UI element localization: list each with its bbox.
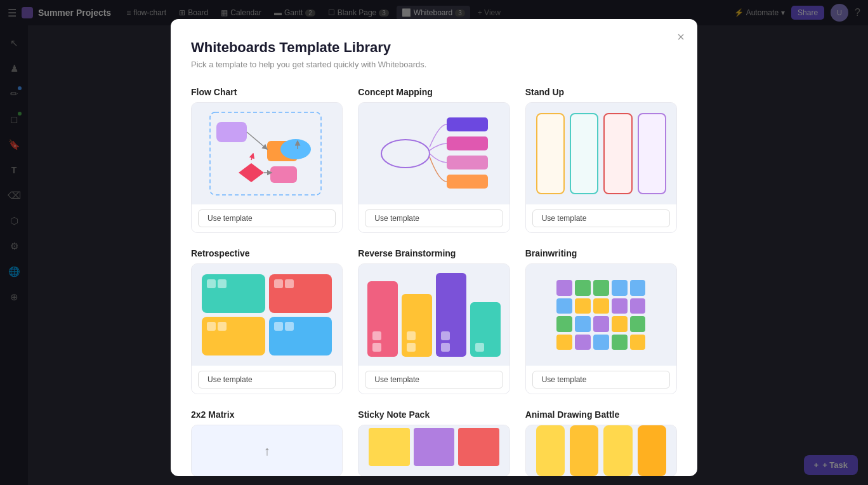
template-item-concept-mapping: Concept Mapping (358, 87, 510, 233)
reverse-brainstorming-footer: Use template (358, 366, 509, 394)
modal-overlay[interactable]: × Whiteboards Template Library Pick a te… (0, 0, 868, 485)
standup-col-yellow (536, 113, 565, 194)
standup-col-purple (638, 113, 666, 194)
retro-dot (285, 279, 294, 288)
stand-up-card[interactable]: Use template (525, 102, 677, 233)
2x2-matrix-card[interactable]: ↑ (191, 425, 343, 476)
svg-rect-14 (447, 156, 488, 169)
brain-cell (593, 335, 609, 350)
brain-cell (630, 298, 646, 314)
retro-dots-yellow (207, 322, 260, 331)
retrospective-use-button[interactable]: Use template (198, 371, 336, 389)
reverse-dot (441, 331, 450, 340)
sticky-note-pack-preview (358, 425, 509, 476)
brain-cell (612, 298, 628, 314)
reverse-brainstorming-title: Reverse Brainstorming (358, 248, 510, 258)
animal-drawing-battle-card[interactable] (525, 425, 677, 476)
sticky-notes (358, 425, 509, 476)
svg-rect-15 (447, 175, 488, 189)
animal-card-yellow3 (603, 425, 632, 476)
brain-cell (630, 335, 646, 350)
template-item-retrospective: Retrospective (191, 248, 343, 394)
brain-cell (612, 280, 628, 296)
brainwriting-use-button[interactable]: Use template (532, 371, 670, 389)
template-item-flow-chart: Flow Chart (191, 87, 343, 233)
brain-cell (593, 316, 609, 332)
retro-dot (207, 279, 216, 288)
brain-cell (630, 316, 646, 332)
brain-cell (556, 298, 572, 314)
svg-line-8 (251, 154, 253, 160)
retrospective-preview (192, 264, 342, 366)
matrix-up-arrow-icon: ↑ (264, 444, 270, 458)
reverse-col-yellow (402, 294, 432, 357)
retro-dot (218, 322, 227, 331)
retrospective-footer: Use template (192, 366, 342, 394)
template-item-animal-drawing-battle: Animal Drawing Battle (525, 409, 677, 476)
svg-rect-1 (216, 122, 247, 142)
template-item-reverse-brainstorming: Reverse Brainstorming (358, 248, 510, 394)
brainwriting-grid-container (526, 264, 676, 366)
template-item-2x2-matrix: 2x2 Matrix ↑ (191, 409, 343, 476)
retro-card-yellow (202, 317, 265, 355)
reverse-cols (358, 264, 509, 366)
svg-line-6 (247, 132, 267, 149)
modal-title: Whiteboards Template Library (191, 39, 677, 56)
animal-drawing-battle-title: Animal Drawing Battle (525, 409, 677, 420)
sticky-note-pack-card[interactable] (358, 425, 510, 476)
retro-dot (285, 322, 294, 331)
stand-up-preview (526, 103, 676, 204)
stand-up-title: Stand Up (525, 87, 677, 97)
reverse-dot (407, 331, 416, 340)
reverse-dot (372, 343, 381, 352)
brain-cell (612, 316, 628, 332)
matrix-preview-content: ↑ (192, 425, 342, 476)
reverse-brainstorming-card[interactable]: Use template (358, 263, 510, 394)
template-item-stand-up: Stand Up Use template (525, 87, 677, 233)
reverse-dot (441, 343, 450, 352)
concept-mapping-title: Concept Mapping (358, 87, 510, 97)
standup-col-red (603, 113, 632, 194)
retro-dot (207, 322, 216, 331)
retro-dot (218, 279, 227, 288)
brainwriting-card[interactable]: Use template (525, 263, 677, 394)
template-item-sticky-note-pack: Sticky Note Pack (358, 409, 510, 476)
svg-rect-12 (447, 117, 488, 131)
brain-cell (575, 335, 591, 350)
reverse-col-purple (436, 273, 466, 357)
svg-rect-4 (270, 166, 297, 183)
modal-close-button[interactable]: × (677, 30, 685, 43)
animal-card-yellow2 (570, 425, 598, 476)
standup-cols (526, 103, 676, 204)
stand-up-use-button[interactable]: Use template (532, 209, 670, 227)
template-grid: Flow Chart (191, 87, 677, 476)
brain-cell (575, 316, 591, 332)
template-item-brainwriting: Brainwriting (525, 248, 677, 394)
concept-mapping-card[interactable]: Use template (358, 102, 510, 233)
reverse-brainstorming-preview (358, 264, 509, 366)
brain-cell (556, 316, 572, 332)
reverse-brainstorming-use-button[interactable]: Use template (365, 371, 503, 389)
retro-dots-blue (274, 322, 327, 331)
brainwriting-preview (526, 264, 676, 366)
animal-cards (526, 425, 676, 476)
reverse-dot (475, 343, 484, 352)
flow-chart-preview (192, 103, 342, 204)
brain-grid (556, 280, 645, 350)
brainwriting-footer: Use template (526, 366, 676, 394)
modal-subtitle: Pick a template to help you get started … (191, 60, 677, 69)
concept-mapping-use-button[interactable]: Use template (365, 209, 503, 227)
svg-marker-3 (239, 163, 264, 182)
retrospective-card[interactable]: Use template (191, 263, 343, 394)
flow-chart-card[interactable]: Use template (191, 102, 343, 233)
concept-mapping-footer: Use template (358, 204, 509, 232)
brain-cell (575, 298, 591, 314)
2x2-matrix-title: 2x2 Matrix (191, 409, 343, 420)
sticky-note-pack-title: Sticky Note Pack (358, 409, 510, 420)
sticky-note-purple (414, 428, 454, 466)
brain-cell (630, 280, 646, 296)
flow-chart-use-button[interactable]: Use template (198, 209, 336, 227)
retro-dots-red (274, 279, 327, 288)
flow-chart-footer: Use template (192, 204, 342, 232)
stand-up-footer: Use template (526, 204, 676, 232)
